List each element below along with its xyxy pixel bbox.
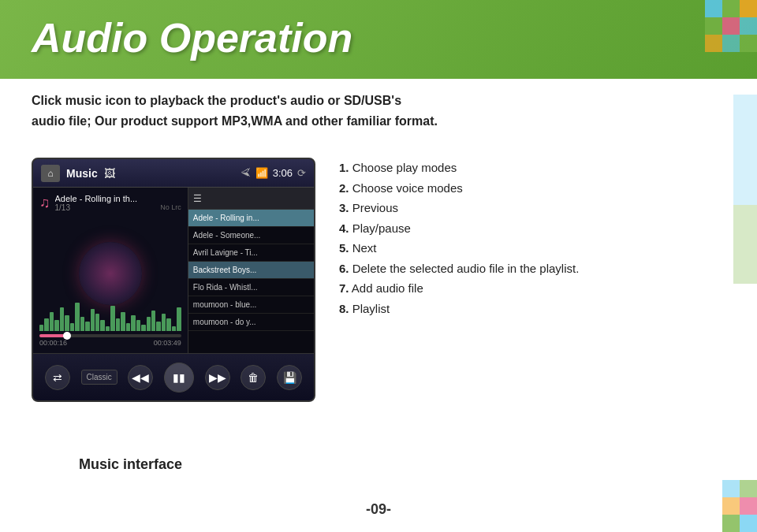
description-line1: Click music icon to playback the product… [32,91,438,111]
playlist-item[interactable]: Adele - Rolling in... [188,210,314,227]
player-playlist-panel: ☰ Adele - Rolling in...Adele - Someone..… [188,188,314,353]
page-number: -09- [366,501,391,518]
playlist-item[interactable]: moumoon - blue... [188,296,314,314]
viz-bar [75,303,79,331]
viz-bar [80,317,84,331]
playlist-item[interactable]: Adele - Someone... [188,227,314,244]
viz-bar [95,314,99,331]
viz-bar [136,320,140,331]
viz-bar [60,307,64,331]
progress-track[interactable] [39,334,181,337]
play-pause-button[interactable]: ▮▮ [164,363,194,392]
player-controls: ⇄ Classic ◀◀ ▮▮ ▶▶ 🗑 💾 [33,353,314,400]
viz-bar [131,315,135,331]
delete-button[interactable]: 🗑 [241,365,266,390]
description-line2: audio file; Our product support MP3,WMA … [32,111,438,132]
now-playing-info: ♫ Adele - Rolling in th... 1/13 No Lrc [39,194,181,212]
deco-bottom-right [722,480,757,532]
viz-bar [126,323,130,331]
instruction-item: 6. Delete the selected audio file in the… [339,259,718,279]
player-body: ♫ Adele - Rolling in th... 1/13 No Lrc [33,188,314,353]
instruction-num: 5. [339,241,349,255]
track-name: Adele - Rolling in th... [55,194,181,203]
viz-bar [91,309,95,331]
instruction-num: 6. [339,262,349,275]
mode-label[interactable]: Classic [81,370,117,385]
playlist-item[interactable]: moumoon - do y... [188,314,314,331]
track-num: 1/13 [55,203,70,212]
bluetooth-icon: ⮘ [241,167,251,179]
time-total: 00:03:49 [154,339,181,347]
viz-bar [116,318,120,331]
instruction-num: 7. [339,281,349,295]
player-mockup: ⌂ Music 🖼 ⮘ 📶 3:06 ⟳ ♫ Adele - Rolling i… [32,158,315,402]
no-lyrics: No Lrc [160,203,181,212]
instruction-item: 7. Add audio file [339,278,718,299]
playlist-item[interactable]: Avril Lavigne - Ti... [188,244,314,262]
player-header-left: ⌂ Music 🖼 [41,165,115,182]
instruction-text: Add audio file [349,281,423,295]
viz-bar [162,314,166,331]
viz-bar [147,317,151,331]
prev-button[interactable]: ◀◀ [128,365,153,390]
viz-bar [110,306,114,331]
viz-bar [100,320,104,331]
player-header: ⌂ Music 🖼 ⮘ 📶 3:06 ⟳ [33,159,314,188]
progress-bar-area: 00:00:16 00:03:49 [39,334,181,347]
instruction-num: 4. [339,221,349,235]
time-current: 00:00:16 [39,339,67,347]
instruction-text: Choose play modes [349,161,457,174]
deco-right-green [733,205,757,284]
instruction-text: Delete the selected audio file in the pl… [349,262,580,275]
add-button[interactable]: 💾 [277,365,302,390]
player-left-panel: ♫ Adele - Rolling in th... 1/13 No Lrc [33,188,188,353]
instruction-item: 4. Play/pause [339,218,718,239]
instruction-text: Playlist [349,302,390,315]
description: Click music icon to playback the product… [32,91,438,131]
viz-bar [54,320,58,331]
viz-bar [151,311,155,331]
next-button[interactable]: ▶▶ [205,365,230,390]
instruction-item: 5. Next [339,238,718,259]
viz-bar [70,323,74,331]
deco-right-cyan [733,95,757,205]
album-art-area [39,215,181,331]
playlist: Adele - Rolling in...Adele - Someone...A… [188,210,314,331]
album-art [79,242,142,305]
instruction-num: 8. [339,302,349,315]
instruction-item: 1. Choose play modes [339,158,718,178]
instructions-list: 1. Choose play modes2. Choose voice mode… [339,158,718,318]
instruction-num: 2. [339,181,349,195]
player-status-icons: ⮘ 📶 3:06 ⟳ [241,167,306,179]
viz-bar [39,325,43,331]
instruction-text: Previous [349,201,399,214]
viz-bar [177,307,181,331]
visualizer [39,299,181,331]
wifi-icon: 📶 [255,167,268,179]
viz-bar [106,326,110,331]
time-display: 3:06 [273,167,293,179]
deco-top-right [705,0,757,52]
viz-bar [50,312,54,331]
home-icon[interactable]: ⌂ [41,165,60,182]
music-note-icon: ♫ [39,195,50,211]
page-title: Audio Operation [32,14,352,61]
track-info: Adele - Rolling in th... 1/13 No Lrc [55,194,181,212]
progress-fill [39,334,68,337]
time-labels: 00:00:16 00:03:49 [39,339,181,347]
viz-bar [121,312,125,331]
instruction-text: Choose voice modes [349,181,463,195]
image-icon: 🖼 [104,167,115,180]
instruction-item: 8. Playlist [339,299,718,319]
refresh-icon: ⟳ [297,167,306,179]
player-title: Music [66,167,98,180]
instruction-num: 3. [339,201,349,214]
shuffle-button[interactable]: ⇄ [45,365,70,390]
viz-bar [65,315,69,331]
viz-bar [85,322,89,331]
playlist-item[interactable]: Flo Rida - Whistl... [188,279,314,296]
instruction-item: 3. Previous [339,198,718,218]
instruction-text: Play/pause [349,221,411,235]
playlist-item[interactable]: Backstreet Boys... [188,262,314,279]
playlist-header: ☰ [188,188,314,210]
